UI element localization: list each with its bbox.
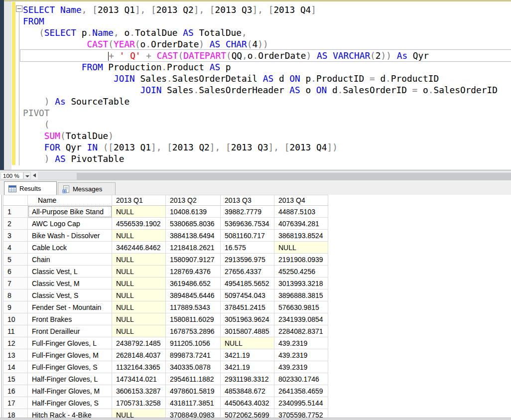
row-number[interactable]: 8	[3, 289, 28, 301]
grid-cell[interactable]: 5081160.717	[221, 230, 274, 242]
grid-cell[interactable]: 1473414.021	[112, 373, 166, 385]
grid-cell[interactable]: NULL	[112, 278, 166, 289]
horizontal-scrollbar-track[interactable]	[38, 171, 511, 180]
row-number[interactable]: 6	[3, 266, 28, 278]
grid-cell[interactable]: NULL	[112, 230, 166, 242]
grid-cell[interactable]: 3421.19	[221, 361, 274, 373]
grid-cell[interactable]: 802330.1746	[274, 373, 328, 385]
grid-cell[interactable]: 2284082.8371	[274, 325, 328, 337]
grid-cell[interactable]: 1678753.2896	[166, 325, 221, 337]
grid-cell[interactable]: 1580907.9127	[166, 254, 221, 266]
grid-cell[interactable]: 10408.6139	[166, 206, 221, 218]
code-line-6[interactable]: FROM Production.Product AS p	[20, 61, 511, 73]
row-number[interactable]: 14	[3, 361, 28, 373]
grid-cell[interactable]: NULL	[274, 242, 328, 254]
code-line-10[interactable]: PIVOT	[20, 107, 511, 119]
row-number[interactable]: 1	[3, 206, 28, 218]
grid-column-header-2013-q1[interactable]: 2013 Q1	[112, 195, 166, 206]
code-line-14[interactable]: ) AS PivotTable	[20, 153, 511, 164]
grid-cell[interactable]: 899873.7241	[166, 349, 221, 361]
code-line-13[interactable]: FOR Qyr IN ([2013 Q1], [2013 Q2], [2013 …	[20, 141, 511, 153]
editor-selection-margin[interactable]	[4, 1, 11, 170]
grid-cell[interactable]: 340335.0878	[166, 361, 221, 373]
code-line-7[interactable]: JOIN Sales.SalesOrderDetail AS d ON p.Pr…	[20, 73, 511, 84]
grid-column-header-2013-q3[interactable]: 2013 Q3	[221, 195, 274, 206]
row-number[interactable]: 3	[3, 230, 28, 242]
grid-cell[interactable]: 1705731.3258	[112, 397, 166, 409]
grid-cell[interactable]: 4076394.281	[274, 218, 328, 230]
grid-cell[interactable]: Half-Finger Gloves, M	[28, 385, 112, 397]
grid-cell[interactable]: 44887.5103	[274, 206, 328, 218]
grid-cell[interactable]: 2340995.5144	[274, 397, 328, 409]
row-number[interactable]: 17	[3, 397, 28, 409]
code-line-11[interactable]: (	[20, 119, 511, 130]
grid-cell[interactable]: 2913596.975	[221, 254, 274, 266]
grid-cell[interactable]: 2438792.1485	[112, 337, 166, 349]
code-line-1[interactable]: SELECT Name, [2013 Q1], [2013 Q2], [2013…	[20, 4, 511, 15]
grid-cell[interactable]: All-Purpose Bike Stand	[28, 206, 112, 218]
grid-cell[interactable]: 3868193.8524	[274, 230, 328, 242]
grid-cell[interactable]: 39882.7779	[221, 206, 274, 218]
zoom-dropdown-button[interactable]	[23, 172, 31, 179]
zoom-level-select[interactable]: 100 %	[0, 172, 23, 179]
code-line-4[interactable]: CAST(YEAR(o.OrderDate) AS CHAR(4))	[20, 38, 511, 50]
grid-cell[interactable]: 3894845.6446	[166, 289, 221, 301]
grid-cell[interactable]: Full-Finger Gloves, M	[28, 349, 112, 361]
row-number[interactable]: 2	[3, 218, 28, 230]
grid-cell[interactable]: Half-Finger Gloves, L	[28, 373, 112, 385]
grid-cell[interactable]: Full-Finger Gloves, S	[28, 361, 112, 373]
grid-cell[interactable]: 5097454.043	[221, 289, 274, 301]
tab-results[interactable]: Results	[4, 181, 57, 195]
grid-cell[interactable]: 2931198.3312	[221, 373, 274, 385]
horizontal-scrollbar-thumb[interactable]	[77, 173, 511, 180]
grid-cell[interactable]: 576630.9815	[274, 301, 328, 313]
grid-cell[interactable]: NULL	[221, 337, 274, 349]
grid-cell[interactable]: NULL	[112, 254, 166, 266]
code-line-8[interactable]: JOIN Sales.SalesOrderHeader AS o ON d.Sa…	[20, 84, 511, 96]
grid-cell[interactable]: NULL	[112, 266, 166, 278]
grid-cell[interactable]: 3619486.652	[166, 278, 221, 289]
sql-editor[interactable]: SELECT Name, [2013 Q1], [2013 Q2], [2013…	[0, 0, 511, 170]
row-number[interactable]: 16	[3, 385, 28, 397]
grid-cell[interactable]: 117889.5343	[166, 301, 221, 313]
code-line-3[interactable]: (SELECT p.Name, o.TotalDue AS TotalDue,	[20, 27, 511, 38]
grid-cell[interactable]: 3013993.3218	[274, 278, 328, 289]
grid-cell[interactable]: 4318117.3851	[166, 397, 221, 409]
grid-cell[interactable]: AWC Logo Cap	[28, 218, 112, 230]
grid-cell[interactable]: NULL	[112, 289, 166, 301]
grid-cell[interactable]: 4450643.4032	[221, 397, 274, 409]
scroll-left-button[interactable]	[33, 173, 36, 177]
grid-cell[interactable]: NULL	[112, 313, 166, 325]
grid-cell[interactable]: 27656.4337	[221, 266, 274, 278]
grid-cell[interactable]: NULL	[112, 301, 166, 313]
row-number[interactable]: 7	[3, 278, 28, 289]
grid-cell[interactable]: 4978601.5819	[166, 385, 221, 397]
grid-cell[interactable]: NULL	[112, 206, 166, 218]
grid-cell[interactable]: 4853848.672	[221, 385, 274, 397]
grid-cell[interactable]: 1132164.3365	[112, 361, 166, 373]
grid-cell[interactable]: 3896888.3815	[274, 289, 328, 301]
grid-cell[interactable]: 3884138.6494	[166, 230, 221, 242]
grid-cell[interactable]: 3606153.3287	[112, 385, 166, 397]
row-number[interactable]: 13	[3, 349, 28, 361]
row-number[interactable]: 11	[3, 325, 28, 337]
grid-cell[interactable]: Bike Wash - Dissolver	[28, 230, 112, 242]
grid-cell[interactable]: 2341939.0854	[274, 313, 328, 325]
grid-cell[interactable]: 16.575	[221, 242, 274, 254]
code-line-9[interactable]: ) As SourceTable	[20, 96, 511, 107]
row-number[interactable]: 10	[3, 313, 28, 325]
code-line-12[interactable]: SUM(TotalDue)	[20, 130, 511, 141]
grid-cell[interactable]: 2628148.4037	[112, 349, 166, 361]
grid-column-header-2013-q2[interactable]: 2013 Q2	[166, 195, 221, 206]
grid-cell[interactable]: 3015807.4885	[221, 325, 274, 337]
row-number[interactable]: 4	[3, 242, 28, 254]
grid-cell[interactable]: Fender Set - Mountain	[28, 301, 112, 313]
grid-cell[interactable]: Cable Lock	[28, 242, 112, 254]
grid-cell[interactable]: 128769.4376	[166, 266, 221, 278]
grid-cell[interactable]: 5369636.7534	[221, 218, 274, 230]
grid-cell[interactable]: Classic Vest, L	[28, 266, 112, 278]
grid-cell[interactable]: 3421.19	[221, 349, 274, 361]
grid-cell[interactable]: 378451.2415	[221, 301, 274, 313]
code-line-2[interactable]: FROM	[20, 15, 511, 27]
grid-cell[interactable]: 2191908.0939	[274, 254, 328, 266]
